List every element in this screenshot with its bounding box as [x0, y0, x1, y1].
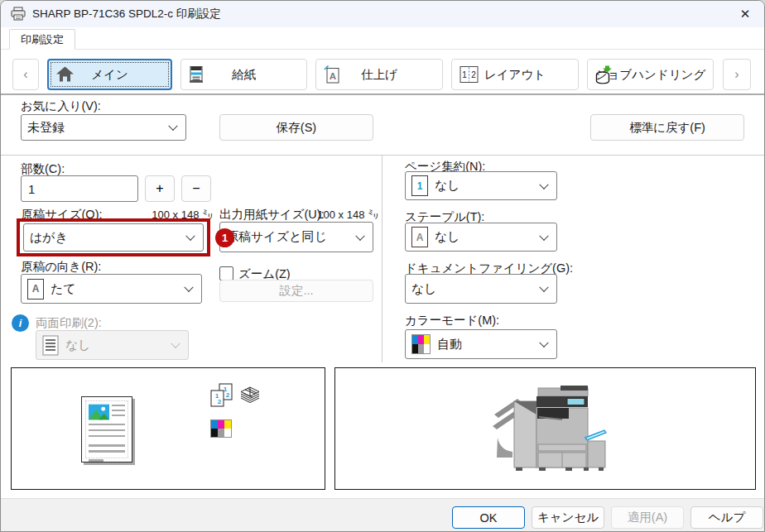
duplex-lines-icon — [42, 335, 59, 356]
chevron-down-icon — [539, 231, 548, 240]
printer-preview-panel — [334, 367, 756, 490]
toolbar-next-button[interactable]: › — [723, 59, 751, 90]
tab-layout-label: レイアウト — [452, 60, 578, 89]
favorites-select[interactable]: 未登録 — [21, 114, 186, 141]
staple-select[interactable]: A なし — [405, 223, 557, 252]
tab-layout[interactable]: 12 レイアウト — [451, 59, 579, 90]
tab-paper-source-label: 給紙 — [181, 60, 306, 89]
settings-preview-panel: 1212 — [11, 367, 325, 490]
original-size-select[interactable]: はがき — [23, 223, 204, 252]
nup-1-icon: 1 — [411, 175, 428, 196]
tab-divider — [1, 49, 764, 50]
orientation-label: 原稿の向き(R): — [21, 259, 101, 275]
output-size-select[interactable]: 原稿サイズと同じ — [219, 222, 373, 252]
pages-per-sheet-select[interactable]: 1 なし — [405, 171, 557, 200]
tab-print-settings[interactable]: 印刷設定 — [9, 29, 75, 50]
printer-illustration — [491, 385, 607, 481]
svg-text:2: 2 — [218, 398, 222, 405]
chevron-down-icon — [171, 339, 180, 348]
chevron-down-icon — [539, 180, 548, 189]
column-divider — [382, 156, 382, 362]
svg-text:2: 2 — [226, 391, 230, 399]
document-preview-margins — [85, 400, 128, 458]
restore-defaults-button[interactable]: 標準に戻す(F) — [590, 114, 744, 141]
color-mode-select[interactable]: 自動 — [405, 329, 557, 359]
printer-icon — [11, 7, 26, 25]
staple-value: なし — [435, 229, 460, 245]
chevron-down-icon — [539, 338, 548, 347]
output-size-value: 原稿サイズと同じ — [226, 229, 327, 245]
tab-main[interactable]: メイン — [47, 59, 172, 90]
cmyk-grid-icon — [411, 334, 431, 354]
toolbar-prev-button[interactable]: ‹ — [12, 59, 39, 90]
tab-finishing[interactable]: A 仕上げ — [315, 59, 443, 90]
toolbar-divider — [1, 93, 764, 95]
color-mode-label: カラーモード(M): — [405, 313, 499, 328]
section-divider — [1, 155, 764, 156]
annotation-step-badge: 1 — [215, 228, 234, 247]
save-button[interactable]: 保存(S) — [219, 114, 373, 141]
paper-stack-icon — [240, 386, 260, 408]
ok-button[interactable]: OK — [452, 506, 525, 529]
print-settings-dialog: SHARP BP-71C36 SPDL2-c 印刷設定 ✕ 印刷設定 ‹ メイン… — [0, 0, 765, 532]
staple-a-icon: A — [411, 227, 428, 247]
text-lines-decoration — [89, 424, 125, 440]
cmyk-grid-icon — [210, 419, 232, 438]
chevron-down-icon — [539, 283, 548, 292]
chevron-down-icon — [355, 231, 364, 240]
info-icon: i — [12, 314, 29, 332]
document-preview — [81, 396, 132, 463]
original-size-label: 原稿サイズ(O): — [21, 207, 102, 223]
collate-pages-icon: 1212 — [210, 383, 233, 411]
original-size-dimensions: 100 x 148 ㍉ — [108, 208, 213, 221]
text-lines-decoration — [112, 405, 125, 419]
copies-decrement-button[interactable]: − — [181, 175, 211, 202]
tab-job-handling[interactable]: ジョブハンドリング — [587, 59, 714, 90]
zoom-checkbox[interactable] — [219, 266, 233, 280]
duplex-label: 両面印刷(2): — [36, 315, 102, 331]
tab-finishing-label: 仕上げ — [316, 60, 442, 89]
chevron-down-icon — [168, 122, 177, 131]
output-size-dimensions: 100 x 148 ㍉ — [299, 208, 378, 221]
original-size-value: はがき — [30, 230, 68, 246]
favorites-value: 未登録 — [27, 120, 65, 136]
color-mode-value: 自動 — [437, 337, 462, 352]
orientation-value: たて — [51, 281, 76, 297]
close-icon[interactable]: ✕ — [726, 1, 764, 27]
copies-input[interactable] — [21, 175, 138, 202]
copies-increment-button[interactable]: + — [145, 175, 175, 202]
cancel-button[interactable]: キャンセル — [532, 506, 604, 529]
duplex-value: なし — [65, 338, 91, 353]
help-button[interactable]: ヘルプ — [690, 506, 763, 529]
tab-paper-source[interactable]: 給紙 — [180, 59, 307, 90]
favorites-label: お気に入り(V): — [21, 98, 101, 114]
duplex-select[interactable]: なし — [36, 330, 189, 360]
window-title: SHARP BP-71C36 SPDL2-c 印刷設定 — [32, 1, 221, 27]
orientation-select[interactable]: A たて — [21, 274, 202, 304]
text-lines-decoration — [89, 444, 125, 456]
document-filing-select[interactable]: なし — [405, 274, 557, 304]
portrait-a-icon: A — [27, 279, 44, 300]
tab-main-label: メイン — [49, 60, 171, 89]
apply-button[interactable]: 適用(A) — [611, 506, 684, 529]
chevron-down-icon — [185, 232, 195, 241]
title-bar: SHARP BP-71C36 SPDL2-c 印刷設定 ✕ — [1, 1, 764, 27]
pages-per-sheet-value: なし — [435, 178, 460, 194]
zoom-settings-button[interactable]: 設定... — [219, 280, 373, 302]
chevron-down-icon — [184, 283, 193, 292]
tab-job-handling-label: ジョブハンドリング — [588, 60, 713, 89]
photo-thumbnail-icon — [89, 404, 109, 420]
text-line-decoration — [89, 459, 103, 462]
document-filing-value: なし — [411, 281, 437, 297]
